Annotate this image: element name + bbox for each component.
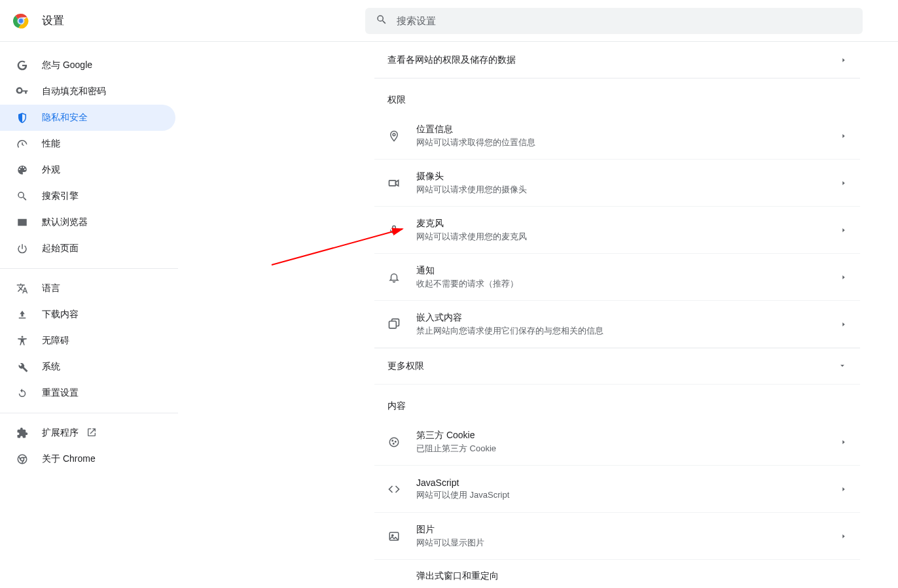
- sidebar-divider: [0, 268, 178, 269]
- sidebar-item-label: 性能: [42, 138, 60, 150]
- external-link-icon: [86, 427, 97, 440]
- chevron-right-icon: [840, 224, 847, 236]
- code-icon: [387, 483, 401, 496]
- sidebar-divider: [0, 413, 178, 413]
- extension-icon: [16, 427, 29, 439]
- sidebar-item-label: 隐私和安全: [42, 112, 88, 124]
- palette-icon: [16, 164, 29, 176]
- content-javascript-row[interactable]: JavaScript 网站可以使用 JavaScript: [374, 466, 860, 513]
- chevron-right-icon: [840, 319, 847, 330]
- sidebar-item-label: 扩展程序: [42, 427, 79, 439]
- sidebar-item-privacy-security[interactable]: 隐私和安全: [0, 105, 175, 131]
- permission-notifications-row[interactable]: 通知 收起不需要的请求（推荐）: [374, 254, 860, 301]
- row-label: 更多权限: [387, 360, 424, 372]
- row-subtitle: 收起不需要的请求（推荐）: [416, 278, 518, 290]
- sidebar-item-you-and-google[interactable]: 您与 Google: [0, 52, 175, 78]
- row-subtitle: 网站可以使用 JavaScript: [416, 489, 509, 501]
- power-icon: [16, 243, 29, 254]
- row-subtitle: 禁止网站向您请求使用它们保存的与您相关的信息: [416, 325, 603, 337]
- svg-rect-8: [393, 226, 396, 231]
- row-subtitle: 网站可以显示图片: [416, 537, 484, 549]
- row-subtitle: 网站可以请求使用您的摄像头: [416, 184, 527, 196]
- sidebar-item-label: 外观: [42, 164, 60, 176]
- sidebar-item-label: 默认浏览器: [42, 216, 88, 228]
- search-icon: [16, 190, 29, 202]
- key-icon: [16, 85, 29, 98]
- sidebar: 您与 Google 自动填充和密码 隐私和安全 性能 外观: [0, 42, 178, 588]
- translate-icon: [16, 283, 29, 294]
- sidebar-item-about-chrome[interactable]: 关于 Chrome: [0, 446, 175, 472]
- chevron-right-icon: [840, 436, 847, 448]
- image-icon: [387, 530, 401, 542]
- row-title: 嵌入式内容: [416, 312, 603, 324]
- location-icon: [387, 130, 401, 142]
- sidebar-item-accessibility[interactable]: 无障碍: [0, 328, 175, 354]
- reset-icon: [16, 387, 29, 399]
- chevron-right-icon: [840, 530, 847, 542]
- sidebar-item-label: 自动填充和密码: [42, 86, 106, 97]
- sidebar-item-extensions[interactable]: 扩展程序: [0, 420, 175, 446]
- row-title: 第三方 Cookie: [416, 430, 496, 441]
- content-cookies-row[interactable]: 第三方 Cookie 已阻止第三方 Cookie: [374, 419, 860, 466]
- sidebar-item-downloads[interactable]: 下载内容: [0, 302, 175, 328]
- svg-point-10: [389, 438, 399, 447]
- sidebar-item-label: 关于 Chrome: [42, 453, 96, 465]
- sidebar-item-label: 搜索引擎: [42, 190, 79, 202]
- wrench-icon: [16, 361, 29, 373]
- sidebar-item-label: 无障碍: [42, 335, 69, 347]
- content-popups-row[interactable]: 弹出式窗口和重定向: [374, 560, 860, 586]
- row-label: 查看各网站的权限及储存的数据: [387, 54, 516, 66]
- page-title: 设置: [42, 13, 64, 28]
- sidebar-item-search-engine[interactable]: 搜索引擎: [0, 183, 175, 209]
- permission-microphone-row[interactable]: 麦克风 网站可以请求使用您的麦克风: [374, 207, 860, 254]
- sidebar-item-languages[interactable]: 语言: [0, 275, 175, 302]
- chevron-right-icon: [840, 177, 847, 189]
- sidebar-item-appearance[interactable]: 外观: [0, 157, 175, 183]
- content-images-row[interactable]: 图片 网站可以显示图片: [374, 513, 860, 560]
- sidebar-item-reset[interactable]: 重置设置: [0, 380, 175, 406]
- cookie-icon: [387, 436, 401, 448]
- shield-icon: [16, 112, 29, 124]
- chrome-logo-icon: [13, 13, 29, 29]
- sidebar-item-system[interactable]: 系统: [0, 354, 175, 380]
- view-site-permissions-row[interactable]: 查看各网站的权限及储存的数据: [374, 42, 860, 78]
- search-settings[interactable]: [365, 8, 863, 34]
- row-title: 摄像头: [416, 171, 527, 182]
- bell-icon: [387, 271, 401, 283]
- permission-embedded-row[interactable]: 嵌入式内容 禁止网站向您请求使用它们保存的与您相关的信息: [374, 301, 860, 348]
- sidebar-item-default-browser[interactable]: 默认浏览器: [0, 209, 175, 235]
- sidebar-item-performance[interactable]: 性能: [0, 131, 175, 157]
- embedded-content-icon: [387, 318, 401, 331]
- more-permissions-row[interactable]: 更多权限: [374, 348, 860, 385]
- permissions-section-title: 权限: [374, 78, 860, 112]
- sidebar-item-label: 重置设置: [42, 387, 79, 399]
- permission-camera-row[interactable]: 摄像头 网站可以请求使用您的摄像头: [374, 160, 860, 207]
- chrome-outline-icon: [16, 453, 29, 465]
- svg-point-12: [395, 441, 397, 442]
- sidebar-item-on-startup[interactable]: 起始页面: [0, 235, 175, 262]
- download-icon: [16, 309, 29, 320]
- row-title: JavaScript: [416, 477, 509, 488]
- accessibility-icon: [16, 335, 29, 347]
- search-input[interactable]: [397, 15, 852, 26]
- svg-rect-9: [389, 321, 397, 328]
- row-subtitle: 网站可以请求使用您的麦克风: [416, 231, 527, 243]
- svg-point-6: [393, 133, 395, 135]
- row-title: 通知: [416, 265, 518, 277]
- chevron-right-icon: [840, 483, 847, 495]
- row-subtitle: 网站可以请求取得您的位置信息: [416, 137, 535, 148]
- browser-icon: [16, 216, 29, 228]
- sidebar-item-label: 系统: [42, 361, 60, 373]
- sidebar-item-label: 起始页面: [42, 243, 79, 254]
- chevron-right-icon: [840, 130, 847, 142]
- chevron-right-icon: [840, 55, 847, 65]
- chevron-down-icon: [838, 361, 847, 372]
- svg-point-11: [392, 440, 393, 441]
- microphone-icon: [387, 224, 401, 236]
- speedometer-icon: [16, 138, 29, 150]
- sidebar-item-autofill[interactable]: 自动填充和密码: [0, 78, 175, 105]
- row-subtitle: 已阻止第三方 Cookie: [416, 443, 496, 455]
- row-title: 弹出式窗口和重定向: [416, 570, 499, 582]
- content: 查看各网站的权限及储存的数据 权限 位置信息 网站可以请求取得您的位置信息: [178, 42, 898, 588]
- permission-location-row[interactable]: 位置信息 网站可以请求取得您的位置信息: [374, 112, 860, 160]
